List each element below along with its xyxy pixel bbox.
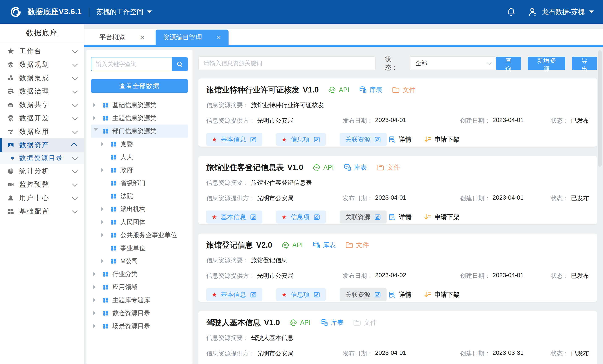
tree-node[interactable]: 公共服务企事业单位 — [91, 229, 188, 242]
sidebar-item-data-governance[interactable]: 数据治理 — [0, 85, 84, 98]
tree-node[interactable]: 事业单位 — [91, 242, 188, 255]
tree-search-input[interactable] — [92, 58, 172, 71]
detail-file-search-icon — [388, 291, 396, 299]
workspace-switcher[interactable]: 苏槐的工作空间 — [96, 7, 152, 17]
table-badge: 库表 — [320, 318, 344, 327]
info-item-button[interactable]: ★信息项 — [276, 133, 326, 146]
request-offline-button[interactable]: 申请下架 — [422, 290, 461, 299]
request-offline-button[interactable]: 申请下架 — [422, 213, 461, 222]
tree-node[interactable]: 人大 — [91, 151, 188, 164]
sidebar-item-data-sharing[interactable]: 数据共享 — [0, 98, 84, 112]
vertical-scrollbar[interactable] — [598, 50, 602, 167]
sidebar-item-data-integration[interactable]: 数据集成 — [0, 71, 84, 85]
view-all-data-button[interactable]: 查看全部数据 — [91, 79, 188, 93]
edit-icon — [374, 213, 381, 221]
tab-platform-overview[interactable]: 平台概览 × — [92, 30, 152, 45]
tree-search-box — [91, 57, 188, 71]
close-icon[interactable]: × — [140, 34, 144, 41]
expand-caret-icon[interactable] — [101, 233, 107, 237]
sidebar-item-data-assets[interactable]: 数据资产 — [0, 138, 84, 152]
tree-node[interactable]: 行业分类 — [91, 268, 188, 281]
edit-icon — [374, 291, 381, 298]
tree-node[interactable]: 场景资源目录 — [91, 319, 188, 333]
sidebar-item-monitoring[interactable]: 监控预警 — [0, 178, 84, 191]
tree-node[interactable]: 主题信息资源类 — [91, 112, 188, 125]
basic-info-button[interactable]: ★基本信息 — [206, 288, 262, 301]
sidebar-item-data-planning[interactable]: 数据规划 — [0, 58, 84, 71]
tree-node[interactable]: 数仓资源目录 — [91, 306, 188, 319]
status-select[interactable]: 全部 — [410, 56, 496, 70]
user-menu[interactable]: 龙石数据-苏槐 — [528, 7, 594, 17]
tree-node[interactable]: 基础信息资源类 — [91, 99, 188, 112]
expand-caret-icon[interactable] — [93, 298, 99, 302]
edit-icon — [313, 291, 320, 298]
summary-value: 驾驶人基本信息 — [251, 334, 293, 342]
file-badge-disabled: 文件 — [353, 318, 377, 327]
detail-button[interactable]: 详情 — [387, 290, 413, 299]
chevron-up-icon — [71, 142, 77, 148]
tree-node-selected[interactable]: 部门信息资源类 — [91, 125, 188, 138]
query-button[interactable]: 查询 — [496, 57, 521, 70]
detail-button[interactable]: 详情 — [387, 213, 413, 222]
database-icon — [343, 163, 351, 172]
basic-info-button[interactable]: ★基本信息 — [206, 133, 262, 146]
info-item-button[interactable]: ★信息项 — [276, 288, 326, 301]
sidebar-item-basic-config[interactable]: 基础配置 — [0, 205, 84, 218]
user-avatar-icon — [528, 7, 537, 17]
tree-node[interactable]: 省级部门 — [91, 176, 188, 189]
request-offline-button[interactable]: 申请下架 — [422, 135, 461, 144]
info-item-button[interactable]: ★信息项 — [276, 211, 326, 223]
brand-logo-icon — [9, 5, 22, 18]
expand-caret-icon[interactable] — [101, 220, 107, 224]
detail-button[interactable]: 详情 — [387, 135, 413, 144]
notification-bell-icon[interactable] — [506, 7, 516, 17]
linked-resource-button[interactable]: 关联资源 — [340, 211, 387, 223]
database-icon — [312, 241, 320, 249]
tree-node[interactable]: 主题库专题库 — [91, 294, 188, 306]
tree-node[interactable]: 党委 — [91, 138, 188, 151]
linked-resource-button[interactable]: 关联资源 — [340, 133, 387, 146]
expand-caret-icon[interactable] — [101, 207, 107, 211]
expand-caret-icon[interactable] — [101, 168, 107, 172]
export-button[interactable]: 导出 — [572, 57, 597, 70]
expand-caret-icon[interactable] — [93, 116, 99, 120]
expand-caret-icon[interactable] — [93, 272, 99, 276]
tab-resource-catalog-management[interactable]: 资源编目管理 × — [156, 30, 229, 45]
chevron-down-icon — [72, 155, 78, 160]
tree-node[interactable]: 法院 — [91, 189, 188, 202]
tree-node[interactable]: 政府 — [91, 164, 188, 176]
expand-caret-icon[interactable] — [101, 259, 107, 263]
close-icon[interactable]: × — [217, 34, 221, 41]
sidebar-item-statistics[interactable]: 统计分析 — [0, 164, 84, 178]
sidebar-item-workbench[interactable]: 工作台 — [0, 45, 84, 58]
tree-node[interactable]: 派出机构 — [91, 202, 188, 216]
keyword-search-input[interactable] — [198, 56, 375, 70]
expand-caret-icon[interactable] — [93, 285, 99, 289]
camera-alert-icon — [7, 181, 14, 188]
create-date-value: 2023-04-01 — [492, 272, 523, 280]
category-icon — [102, 310, 109, 317]
linked-resource-button[interactable]: 关联资源 — [340, 288, 387, 301]
tree-node[interactable]: 应用领域 — [91, 281, 188, 294]
edit-icon — [250, 291, 257, 298]
sidebar-item-data-development[interactable]: 数据开发 — [0, 112, 84, 125]
add-resource-button[interactable]: 新增资源 — [528, 57, 565, 70]
basic-info-button[interactable]: ★基本信息 — [206, 211, 262, 223]
chevron-down-icon — [72, 48, 78, 53]
expand-caret-icon[interactable] — [101, 142, 107, 146]
tree-node[interactable]: 人民团体 — [91, 216, 188, 229]
resource-version: V1.0 — [264, 318, 280, 327]
tree-search-button[interactable] — [172, 58, 187, 71]
required-star-icon: ★ — [212, 214, 217, 221]
tree-node[interactable]: M公司 — [91, 255, 188, 268]
sidebar-item-data-application[interactable]: 数据应用 — [0, 125, 84, 138]
offline-arrow-icon — [424, 291, 431, 299]
expand-caret-icon[interactable] — [93, 103, 99, 107]
expand-caret-icon[interactable] — [93, 324, 99, 328]
sidebar-item-data-resource-catalog[interactable]: 数据资源目录 — [0, 152, 84, 164]
expand-caret-icon[interactable] — [93, 311, 99, 315]
collapse-caret-icon[interactable] — [93, 128, 98, 134]
sidebar-item-user-center[interactable]: 用户中心 — [0, 191, 84, 205]
user-icon — [7, 194, 14, 201]
table-badge: 库表 — [312, 241, 336, 249]
